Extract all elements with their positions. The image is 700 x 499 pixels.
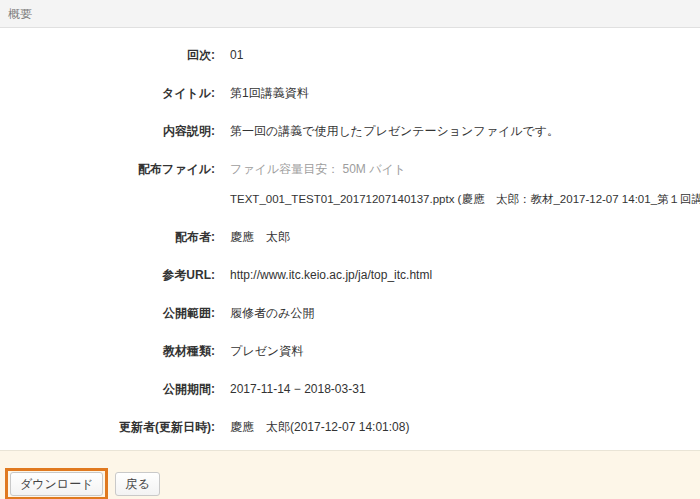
page-header: 概要 [0,0,700,28]
detail-row: 公開範囲: 履修者のみ公開 [0,303,690,323]
field-label: 更新者(更新日時): [0,417,215,437]
detail-row: 内容説明: 第一回の講義で使用したプレゼンテーションファイルです。 [0,121,690,141]
file-size-hint: ファイル容量目安： 50M バイト [230,159,700,179]
back-button[interactable]: 戻る [115,472,159,496]
detail-form: 回次: 01 タイトル: 第1回講義資料 内容説明: 第一回の講義で使用したプレ… [0,28,700,437]
detail-row: 回次: 01 [0,45,690,65]
field-label: 回次: [0,45,215,65]
field-value: 第1回講義資料 [230,83,309,103]
file-name: TEXT_001_TEST01_20171207140137.pptx (慶應 … [230,189,700,209]
detail-row: タイトル: 第1回講義資料 [0,83,690,103]
detail-row: 公開期間: 2017-11-14 − 2018-03-31 [0,379,690,399]
field-label: 内容説明: [0,121,215,141]
detail-row: 教材種類: プレゼン資料 [0,341,690,361]
detail-row: 配布者: 慶應 太郎 [0,227,690,247]
footer-bar: ダウンロード戻る [0,450,700,499]
field-label: タイトル: [0,83,215,103]
field-value: 慶應 太郎(2017-12-07 14:01:08) [230,417,409,437]
field-label: 公開期間: [0,379,215,399]
field-value: 第一回の講義で使用したプレゼンテーションファイルです。 [230,121,559,141]
material-overview-page: 概要 回次: 01 タイトル: 第1回講義資料 内容説明: 第一回の講義で使用し… [0,0,700,499]
field-value: プレゼン資料 [230,341,303,361]
field-label: 教材種類: [0,341,215,361]
detail-row: 配布ファイル: ファイル容量目安： 50M バイトTEXT_001_TEST01… [0,159,690,209]
field-label: 参考URL: [0,265,215,285]
download-button-highlight: ダウンロード [5,468,108,499]
field-value: 履修者のみ公開 [230,303,315,323]
download-button[interactable]: ダウンロード [10,472,103,496]
detail-row: 更新者(更新日時): 慶應 太郎(2017-12-07 14:01:08) [0,417,690,437]
field-label: 公開範囲: [0,303,215,323]
field-value: 慶應 太郎 [230,227,290,247]
field-value: ファイル容量目安： 50M バイトTEXT_001_TEST01_2017120… [230,159,700,209]
field-label: 配布ファイル: [0,159,215,179]
detail-row: 参考URL: http://www.itc.keio.ac.jp/ja/top_… [0,265,690,285]
field-value: http://www.itc.keio.ac.jp/ja/top_itc.htm… [230,265,432,285]
page-title: 概要 [8,7,32,21]
field-value: 2017-11-14 − 2018-03-31 [230,379,366,399]
field-label: 配布者: [0,227,215,247]
field-value: 01 [230,45,243,65]
